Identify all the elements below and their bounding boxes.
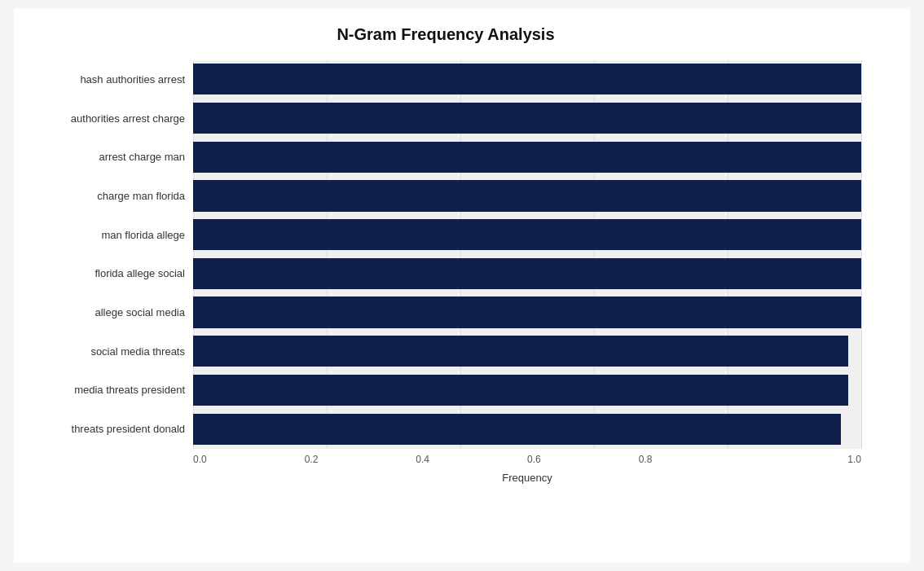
x-tick: 0.0 bbox=[193, 454, 305, 465]
bar-track bbox=[193, 138, 861, 177]
x-axis: 0.00.20.40.60.81.0 bbox=[193, 454, 861, 465]
bar-label: allege social media bbox=[30, 306, 193, 318]
bars-section: hash authorities arrestauthorities arres… bbox=[30, 60, 861, 449]
bar-label: arrest charge man bbox=[30, 151, 193, 163]
x-axis-label: Frequency bbox=[193, 472, 861, 484]
bar-label: charge man florida bbox=[30, 190, 193, 202]
bar-fill bbox=[193, 258, 861, 289]
bar-label: florida allege social bbox=[30, 267, 193, 279]
bar-row: allege social media bbox=[30, 293, 861, 332]
chart-container: N-Gram Frequency Analysis hash authoriti… bbox=[14, 9, 910, 563]
bar-fill bbox=[193, 142, 861, 173]
bar-label: authorities arrest charge bbox=[30, 112, 193, 125]
bar-row: man florida allege bbox=[30, 215, 861, 254]
bar-label: hash authorities arrest bbox=[30, 73, 193, 86]
bar-fill bbox=[193, 64, 861, 94]
bar-track bbox=[193, 371, 861, 410]
bar-fill bbox=[193, 336, 848, 367]
x-tick: 1.0 bbox=[750, 454, 861, 465]
bar-row: florida allege social bbox=[30, 254, 861, 293]
bar-row: threats president donald bbox=[30, 410, 861, 449]
bar-label: man florida allege bbox=[30, 229, 193, 241]
bar-track bbox=[193, 99, 861, 138]
x-tick: 0.6 bbox=[527, 454, 639, 465]
x-tick: 0.4 bbox=[416, 454, 527, 465]
x-tick: 0.2 bbox=[305, 454, 416, 465]
bar-fill bbox=[193, 180, 861, 211]
bar-row: hash authorities arrest bbox=[30, 60, 861, 99]
bar-track bbox=[193, 332, 861, 371]
bar-fill bbox=[193, 296, 861, 327]
x-tick: 0.8 bbox=[639, 454, 750, 465]
bar-track bbox=[193, 177, 861, 216]
bar-row: charge man florida bbox=[30, 177, 861, 216]
bar-fill bbox=[193, 103, 861, 134]
bar-label: threats president donald bbox=[30, 423, 193, 435]
bar-row: authorities arrest charge bbox=[30, 99, 861, 138]
bar-fill bbox=[193, 414, 841, 445]
bar-track bbox=[193, 60, 861, 99]
bar-label: media threats president bbox=[30, 384, 193, 396]
bar-track bbox=[193, 293, 861, 332]
bar-fill bbox=[193, 219, 861, 250]
bar-track bbox=[193, 410, 861, 449]
bar-row: social media threats bbox=[30, 332, 861, 371]
chart-area: hash authorities arrestauthorities arres… bbox=[30, 60, 861, 484]
bar-track bbox=[193, 215, 861, 254]
bar-row: arrest charge man bbox=[30, 138, 861, 177]
bar-fill bbox=[193, 375, 848, 406]
bar-track bbox=[193, 254, 861, 293]
bar-row: media threats president bbox=[30, 371, 861, 410]
bar-label: social media threats bbox=[30, 345, 193, 358]
chart-title: N-Gram Frequency Analysis bbox=[30, 25, 861, 44]
